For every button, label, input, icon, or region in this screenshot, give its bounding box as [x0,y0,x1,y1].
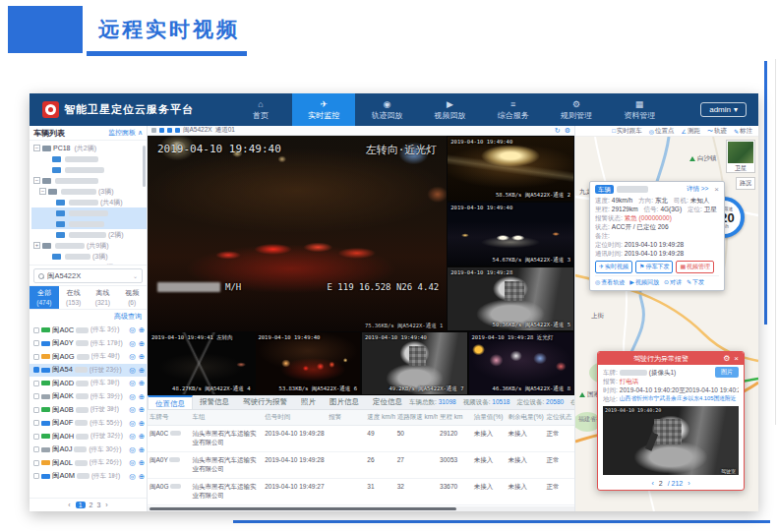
video-thumbnail[interactable]: 2019-04-10 19:49:40 49.2KB/s 闽A5422X-通道 … [361,331,468,395]
vehicle-list-item[interactable]: 闽A0Y (停车 17时) ◎ ⊕ [30,337,147,351]
map-tool[interactable]: ✎ 标注 [734,127,752,136]
locate-icon[interactable]: ◎ [129,325,136,334]
vehicle-search[interactable]: ⌄ [33,268,143,283]
locate-icon[interactable]: ◎ [129,445,136,454]
map-tool[interactable]: ◎ 位置点 [649,127,675,136]
bottom-tab[interactable]: 位置信息 [148,395,193,409]
info-window-link[interactable]: ⊙ 对讲 [664,278,682,287]
map-tool[interactable]: □ 实时跟车 [612,127,642,136]
video-icon[interactable]: ⊕ [139,432,145,441]
gear-icon[interactable]: ⚙ [723,354,730,364]
info-window-button[interactable]: ⚑ 停车下发 [635,261,673,273]
video-icon[interactable]: ⊕ [139,419,145,428]
details-link[interactable]: 详情 >> [687,185,708,194]
vehicle-list-item[interactable]: 闽A0M (停车 1时) ◎ ⊕ [30,470,147,484]
expand-icon[interactable] [43,264,50,266]
bottom-tab[interactable]: 定位信息 [366,395,409,409]
tree-node[interactable] [31,153,147,164]
advanced-search-link[interactable]: 高级查询 [30,310,147,324]
locate-icon[interactable]: ◎ [129,472,136,481]
tree-node[interactable] [31,164,147,175]
info-window-button[interactable]: ▦ 视频管理 [676,261,714,273]
vehicle-list-item[interactable]: 闽A0J (停车 30分) ◎ ⊕ [30,443,147,457]
pager-page[interactable]: 2 [90,502,93,508]
pager-next-icon[interactable]: › [105,502,107,508]
expand-icon[interactable] [47,199,54,206]
vehicle-list-item[interactable]: 闽A0K (停车 39分) ◎ ⊕ [30,390,147,404]
video-icon[interactable]: ⊕ [139,472,145,481]
locate-icon[interactable]: ◎ [129,366,136,375]
horizontal-scrollbar[interactable] [148,506,574,511]
locate-icon[interactable]: ◎ [129,339,136,348]
video-icon[interactable]: ⊕ [139,392,145,401]
nav-menu-item[interactable]: ▶ 视频回放 [419,93,482,126]
vehicle-checkbox[interactable] [33,434,39,440]
expand-icon[interactable] [43,166,50,173]
tree-node[interactable]: (2辆) [31,229,147,240]
vehicle-list-item[interactable]: 闽A0G (停车 4时) ◎ ⊕ [30,350,147,364]
expand-icon[interactable] [47,231,54,238]
video-icon[interactable]: ⊕ [139,325,145,334]
pager-prev-icon[interactable]: ‹ [68,502,70,508]
nav-menu-item[interactable]: ✈ 实时监控 [292,93,355,126]
close-icon[interactable]: × [714,186,719,194]
nav-menu-item[interactable]: ▦ 资料管理 [608,93,671,126]
info-window-link[interactable]: ◎ 查看轨迹 [595,278,625,287]
vehicle-checkbox[interactable] [33,473,39,479]
pager-page[interactable]: 3 [96,502,100,508]
info-window-button[interactable]: ✈ 实时视频 [595,261,632,273]
alarm-driver-photo[interactable]: 2019-04-10 19:40:20 驾驶室 [603,406,739,475]
video-thumbnail[interactable]: 2019-04-10 19:49:40 58.5KB/s 闽A5422X-通道 … [447,136,574,201]
expand-icon[interactable]: − [39,188,46,195]
monitor-panel-link[interactable]: 监控面板 ∧ [108,128,143,138]
vehicle-checkbox[interactable] [33,446,39,452]
tree-node[interactable]: (3辆) [31,251,147,262]
pager-next-icon[interactable]: › [688,480,689,487]
info-window-link[interactable]: ▶ 视频回放 [629,278,659,287]
vehicle-checkbox[interactable] [33,407,39,413]
table-row[interactable]: 闽A0C 汕头市黑石汽车运输实业有限公司 2019-04-10 19:49:28… [148,426,574,452]
nav-menu-item[interactable]: ≡ 综合服务 [482,93,545,126]
bottom-tab[interactable]: 图片信息 [323,395,366,409]
bottom-tab[interactable]: 驾驶行为报警 [236,395,294,409]
map-tool[interactable]: 〜 轨迹 [707,127,727,136]
expand-icon[interactable] [43,155,50,162]
video-thumbnail[interactable]: 2019-04-10 19:49:40 54.67KB/s 闽A5422X-通道… [447,202,574,266]
vehicle-list-item[interactable]: 闽A0H (行驶 32分) ◎ ⊕ [30,430,147,443]
layout-icon[interactable] [151,128,156,133]
map-tool[interactable]: ∠ 测距 [682,127,700,136]
expand-icon[interactable] [47,209,54,216]
alarm-photo-button[interactable]: 图片 [715,367,739,378]
vehicle-checkbox[interactable] [33,354,39,360]
video-thumbnail[interactable]: 2019-04-10 19:49:40 53.83KB/s 闽A5422X-通道… [255,331,362,395]
vehicle-list-item[interactable]: 闽A0C (停车 3分) ◎ ⊕ [30,324,147,337]
video-icon[interactable]: ⊕ [139,445,145,454]
locate-icon[interactable]: ◎ [129,379,136,387]
search-caret-icon[interactable]: ⌄ [133,272,138,279]
tree-node[interactable] [31,207,147,218]
filter-tab[interactable]: 在线 (153) [59,286,89,309]
vehicle-checkbox[interactable] [33,340,39,346]
satellite-toggle[interactable]: 卫星 [726,140,755,173]
traffic-toggle[interactable]: 路况 [736,177,755,190]
vehicle-checkbox[interactable] [33,381,39,386]
video-thumbnail[interactable]: 2019-04-10 19:49:28 50.36KB/s 闽A5422X-通道… [447,266,574,331]
bottom-tab[interactable]: 报警信息 [193,395,236,409]
scrollbar-thumb[interactable] [150,507,456,510]
tree-node[interactable] [31,218,147,229]
tree-node[interactable]: − PC18 (共2辆) [31,143,147,153]
main-video-feed[interactable]: 2019-04-10 19:49:40 左转向·近光灯 M/H E 119 16… [148,136,447,331]
tree-node[interactable]: (48辆) [31,262,147,266]
grid-1-icon[interactable] [159,128,164,133]
table-row[interactable]: 闽A0Y 汕头市黑石汽车运输实业有限公司 2019-04-10 19:49:28… [148,452,574,479]
locate-icon[interactable]: ◎ [129,458,136,467]
vehicle-list-item[interactable]: 闽A54 (行驶 23分) ◎ ⊕ [30,364,147,378]
vehicle-list-item[interactable]: 闽A0D (停车 3时) ◎ ⊕ [30,377,147,390]
expand-icon[interactable] [47,220,54,227]
video-icon[interactable]: ⊕ [139,458,145,467]
nav-menu-item[interactable]: ⌂ 首页 [229,93,292,126]
video-icon[interactable]: ⊕ [139,379,145,387]
pager-prev-icon[interactable]: ‹ [651,480,653,487]
vehicle-list-item[interactable]: 闽A0B (行驶 3时) ◎ ⊕ [30,403,147,417]
filter-tab[interactable]: 视频 (6) [117,286,147,309]
